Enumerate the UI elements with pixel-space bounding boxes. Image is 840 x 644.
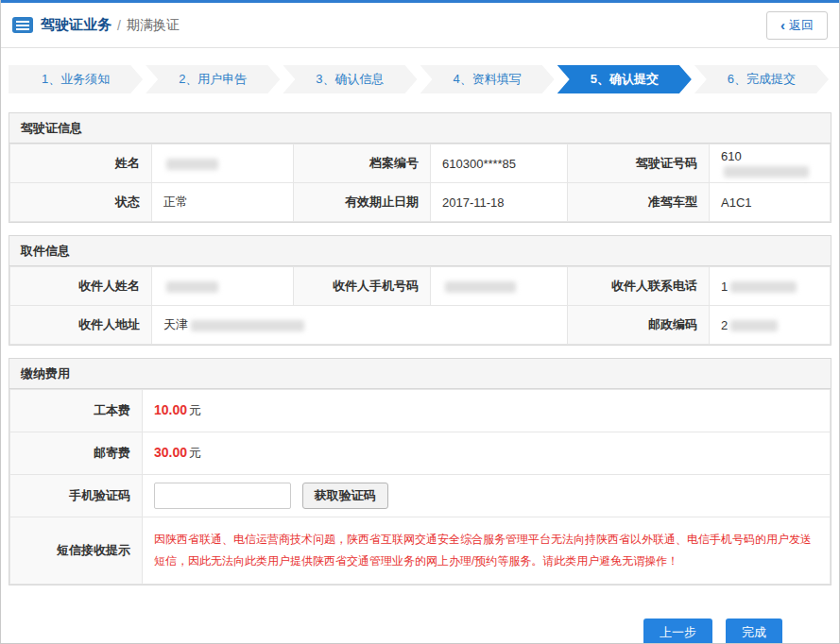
name-value [152,144,294,183]
chevron-left-icon: ‹ [780,18,785,32]
step-5-confirm-submit[interactable]: 5、确认提交 [557,65,692,93]
fees-table: 工本费 10.00元 邮寄费 30.00元 手机验证码 获取验证码 短信接收提示… [9,389,831,585]
get-sms-code-button[interactable]: 获取验证码 [302,483,388,509]
production-fee-unit: 元 [189,403,201,417]
production-fee-amount: 10.00 [154,402,187,417]
vehicle-type-value: A1C1 [710,183,831,222]
file-number-value: 610300****85 [431,144,568,183]
footer-actions: 上一步 完成 [1,598,839,644]
sms-notice-text: 因陕西省联通、电信运营商技术问题，陕西省互联网交通安全综合服务管理平台无法向持陕… [154,529,818,572]
step-2-user-declaration[interactable]: 2、用户申告 [146,65,280,93]
license-panel-title: 驾驶证信息 [9,113,831,144]
table-row: 工本费 10.00元 [10,390,831,432]
license-number-label: 驾驶证号码 [568,144,710,183]
table-row: 收件人姓名 收件人手机号码 收件人联系电话 1 [10,267,831,306]
license-card-icon [12,17,33,33]
pickup-info-table: 收件人姓名 收件人手机号码 收件人联系电话 1 收件人地址 天津 邮政编码 2 [9,266,831,345]
redacted-text [724,166,809,178]
recipient-mobile-value [431,267,568,306]
page-title: 驾驶证业务 [41,16,111,34]
recipient-phone-value: 1 [710,267,831,306]
production-fee-label: 工本费 [10,390,143,432]
postcode-label: 邮政编码 [568,306,710,345]
fees-panel: 缴纳费用 工本费 10.00元 邮寄费 30.00元 手机验证码 获取验证码 短… [9,358,831,585]
postcode-value: 2 [710,306,831,345]
license-number-value: 610 [710,144,831,183]
wizard-steps: 1、业务须知 2、用户申告 3、确认信息 4、资料填写 5、确认提交 6、完成提… [9,65,831,93]
production-fee-value: 10.00元 [143,390,831,432]
pickup-info-panel: 取件信息 收件人姓名 收件人手机号码 收件人联系电话 1 收件人地址 天津 邮政… [9,235,831,346]
table-row: 姓名 档案编号 610300****85 驾驶证号码 610 [10,144,831,183]
table-row: 手机验证码 获取验证码 [10,475,831,517]
sms-notice-cell: 因陕西省联通、电信运营商技术问题，陕西省互联网交通安全综合服务管理平台无法向持陕… [143,517,831,585]
sms-notice-label: 短信接收提示 [10,517,143,585]
step-3-confirm-info[interactable]: 3、确认信息 [283,65,417,93]
step-4-fill-data[interactable]: 4、资料填写 [420,65,555,93]
expiry-date-label: 有效期止日期 [294,183,431,222]
table-row: 状态 正常 有效期止日期 2017-11-18 准驾车型 A1C1 [10,183,831,222]
recipient-name-label: 收件人姓名 [10,267,152,306]
recipient-name-value [152,267,294,306]
page-subtitle: 期满换证 [127,17,180,34]
redacted-text [166,159,218,170]
fees-panel-title: 缴纳费用 [9,359,831,389]
file-number-label: 档案编号 [294,144,431,183]
step-6-complete-submit[interactable]: 6、完成提交 [694,65,829,93]
recipient-address-value: 天津 [152,306,568,345]
pickup-panel-title: 取件信息 [9,236,831,266]
mailing-fee-amount: 30.00 [154,445,187,460]
back-button-label: 返回 [789,17,814,34]
expiry-date-value: 2017-11-18 [431,183,568,222]
back-button[interactable]: ‹ 返回 [766,11,828,40]
sms-code-cell: 获取验证码 [143,475,831,517]
redacted-text [191,320,304,331]
mailing-fee-label: 邮寄费 [10,432,143,475]
redacted-text [445,281,516,293]
status-value: 正常 [152,183,294,222]
sms-code-label: 手机验证码 [10,475,143,517]
redacted-text [166,281,218,293]
license-info-panel: 驾驶证信息 姓名 档案编号 610300****85 驾驶证号码 610 状态 … [9,112,831,223]
step-1-business-notice[interactable]: 1、业务须知 [9,65,143,93]
recipient-address-label: 收件人地址 [10,306,152,345]
redacted-text [730,281,797,293]
table-row: 收件人地址 天津 邮政编码 2 [10,306,831,345]
mailing-fee-value: 30.00元 [143,432,831,475]
name-label: 姓名 [10,144,152,183]
recipient-phone-label: 收件人联系电话 [568,267,710,306]
status-label: 状态 [10,183,152,222]
vehicle-type-label: 准驾车型 [568,183,710,222]
redacted-text [730,320,778,331]
title-divider: / [117,18,121,33]
page-header: 驾驶证业务 / 期满换证 ‹ 返回 [1,3,839,48]
finish-button[interactable]: 完成 [726,619,782,644]
mailing-fee-unit: 元 [189,446,201,460]
previous-step-button[interactable]: 上一步 [643,619,712,644]
table-row: 邮寄费 30.00元 [10,432,831,475]
sms-code-input[interactable] [154,483,291,509]
license-info-table: 姓名 档案编号 610300****85 驾驶证号码 610 状态 正常 有效期… [9,144,831,222]
table-row: 短信接收提示 因陕西省联通、电信运营商技术问题，陕西省互联网交通安全综合服务管理… [10,517,831,585]
recipient-mobile-label: 收件人手机号码 [294,267,431,306]
